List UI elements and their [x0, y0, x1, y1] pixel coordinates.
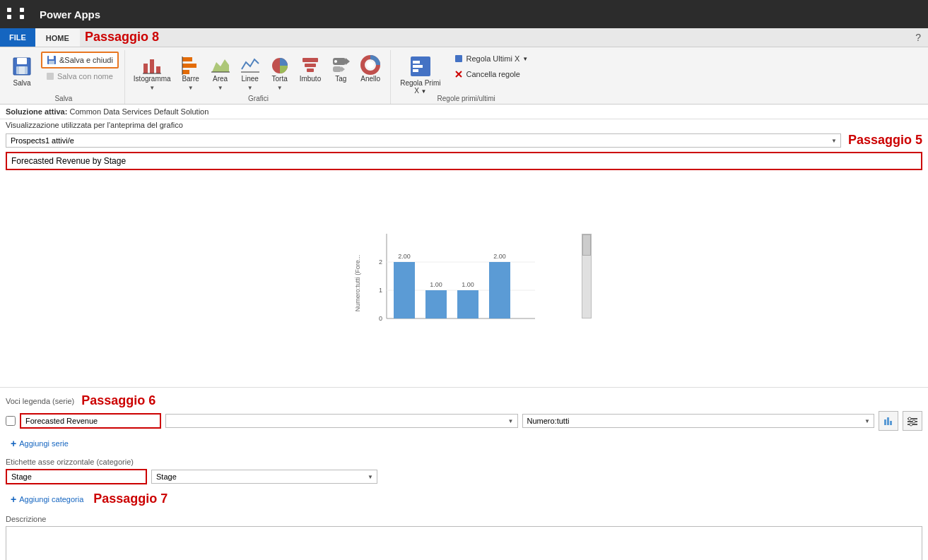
ribbon: FILE HOME Passaggio 8 ?: [0, 28, 928, 105]
cancella-regole-button[interactable]: Cancella regole: [448, 67, 534, 81]
svg-marker-16: [212, 59, 229, 72]
imbuto-icon: [300, 55, 320, 75]
chart-torta-button[interactable]: Torta▼: [266, 52, 294, 95]
passaggio-6-label: Passaggio 6: [81, 393, 155, 408]
chart-anello-button[interactable]: Anello: [356, 52, 384, 87]
tab-home[interactable]: HOME: [35, 29, 80, 47]
svg-point-55: [908, 417, 911, 420]
description-label: Descrizione: [6, 515, 922, 523]
svg-point-25: [334, 60, 337, 63]
istogramma-icon: [142, 55, 162, 75]
svg-text:2.00: 2.00: [398, 253, 411, 260]
save-as-label: Salva con nome: [57, 72, 113, 81]
app-grid-icon[interactable]: [7, 8, 31, 20]
tag-label: Tag: [335, 75, 346, 83]
series-select[interactable]: Forecasted Revenue (importo) Budget Amou…: [165, 414, 518, 428]
chart-istogramma-button[interactable]: Istogramma▼: [129, 52, 175, 95]
chart-title-input[interactable]: [6, 152, 922, 170]
legend-section-title: Voci legenda (serie) Passaggio 6: [6, 393, 922, 408]
axis-select[interactable]: Stage Created On Status: [151, 470, 377, 484]
save-large-icon: [11, 55, 33, 78]
solution-label: Soluzione attiva:: [6, 107, 67, 116]
bar-chart: Numero:tutti (Fore... 0 1 2 2.00 1.00 1.…: [351, 227, 563, 340]
linee-icon: [240, 55, 260, 75]
view-select-row: Prospects1 attivi/e Passaggio 5: [0, 131, 928, 150]
save-as-button[interactable]: Salva con nome: [41, 70, 119, 83]
app-title: Power Apps: [40, 8, 100, 20]
ribbon-tabs: FILE HOME Passaggio 8 ?: [0, 28, 928, 47]
svg-text:2.00: 2.00: [493, 253, 506, 260]
solution-name: Common Data Services Default Solution: [69, 107, 208, 116]
svg-rect-34: [455, 55, 462, 62]
anello-icon: [360, 55, 380, 75]
cancella-icon: [454, 70, 463, 78]
regola-ultimi-label: Regola Ultimi X: [466, 54, 519, 63]
ribbon-group-save: Salva &Salva e chiudi: [3, 50, 125, 104]
axis-row: Stage Created On Status: [6, 469, 922, 484]
svg-rect-13: [182, 64, 196, 68]
add-series-button[interactable]: + Aggiungi serie: [6, 435, 922, 452]
svg-rect-5: [49, 56, 54, 59]
scrollbar-vertical[interactable]: [582, 234, 592, 318]
series-select-wrapper: Forecasted Revenue (importo) Budget Amou…: [165, 414, 518, 428]
cancella-label: Cancella regole: [466, 70, 519, 78]
series-settings-icon[interactable]: [903, 411, 922, 431]
regola-primi-button[interactable]: Regola PrimiX ▼: [395, 52, 445, 98]
svg-text:2: 2: [378, 258, 382, 266]
axis-select-wrapper: Stage Created On Status: [151, 470, 377, 484]
svg-rect-10: [156, 66, 160, 73]
svg-rect-22: [307, 68, 314, 72]
scrollbar-thumb: [582, 234, 591, 256]
ribbon-group-charts: Istogramma▼ Barre▼: [127, 50, 391, 104]
series-name-input[interactable]: [20, 413, 161, 429]
solution-text: Soluzione attiva: Common Data Services D…: [6, 107, 208, 116]
add-series-label: Aggiungi serie: [19, 439, 69, 448]
numero-select[interactable]: Numero:tutti Numero:max Numero:min: [522, 414, 875, 428]
svg-text:1: 1: [378, 287, 382, 294]
svg-rect-21: [305, 64, 316, 67]
chart-tag-button[interactable]: Tag: [327, 52, 355, 87]
chart-linee-button[interactable]: Linee▼: [236, 52, 264, 95]
svg-rect-14: [182, 70, 189, 74]
barre-icon: [181, 55, 201, 75]
legend-series-row: Forecasted Revenue (importo) Budget Amou…: [6, 411, 922, 431]
passaggio-5-label: Passaggio 5: [848, 133, 922, 148]
add-category-button[interactable]: + Aggiungi categoria Passaggio 7: [6, 489, 922, 509]
svg-point-56: [912, 420, 915, 423]
horizontal-axis-section-title: Etichette asse orizzontale (categorie): [6, 458, 922, 466]
bar-2: [425, 290, 447, 318]
series-checkbox[interactable]: [6, 416, 16, 426]
add-category-label: Aggiungi categoria Passaggio 7: [19, 492, 168, 506]
regola-primi-icon: [409, 55, 432, 78]
save-close-icon: [47, 55, 57, 65]
svg-rect-6: [49, 61, 54, 64]
chart-area-button[interactable]: Area▼: [206, 52, 235, 95]
view-select[interactable]: Prospects1 attivi/e: [6, 133, 841, 148]
description-textarea[interactable]: [6, 526, 922, 560]
regola-ultimi-button[interactable]: Regola Ultimi X ▼: [448, 52, 534, 66]
chart-barre-button[interactable]: Barre▼: [177, 52, 205, 95]
ribbon-content: Salva &Salva e chiudi: [0, 47, 928, 104]
axis-name-input[interactable]: [6, 469, 147, 484]
view-select-wrapper: Prospects1 attivi/e: [6, 133, 841, 148]
solution-bar: Soluzione attiva: Common Data Services D…: [0, 105, 928, 119]
svg-rect-20: [303, 58, 318, 62]
svg-point-57: [910, 423, 912, 426]
svg-rect-31: [413, 61, 420, 64]
ribbon-group-rules: Regola PrimiX ▼ Regola Ultimi X ▼: [392, 50, 540, 104]
bar-3: [457, 290, 478, 318]
passaggio-7-label: Passaggio 7: [93, 492, 168, 506]
save-large-button[interactable]: Salva: [6, 52, 38, 90]
legend-title-text: Voci legenda (serie): [6, 397, 74, 405]
svg-rect-12: [182, 57, 192, 61]
tab-file[interactable]: FILE: [0, 28, 35, 47]
series-chart-icon[interactable]: [879, 411, 898, 431]
svg-text:Numero:tutti (Fore...: Numero:tutti (Fore...: [354, 255, 361, 312]
istogramma-label: Istogramma▼: [134, 75, 171, 92]
save-close-button[interactable]: &Salva e chiudi: [41, 52, 119, 68]
svg-rect-32: [413, 65, 423, 68]
area-icon: [211, 55, 230, 75]
help-icon[interactable]: ?: [915, 32, 928, 43]
chart-imbuto-button[interactable]: Imbuto: [295, 52, 326, 87]
passaggio-8-label: Passaggio 8: [85, 30, 159, 44]
